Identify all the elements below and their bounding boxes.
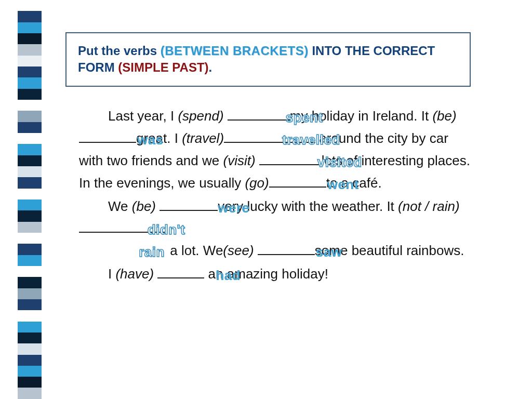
- stripe: [18, 332, 42, 343]
- stripe: [18, 0, 42, 11]
- stripe: [18, 377, 42, 388]
- stripe: [18, 155, 42, 166]
- stripe: [18, 277, 42, 288]
- blank-3: travelled: [224, 127, 315, 143]
- blank-8: saw: [258, 240, 315, 255]
- stripe: [18, 33, 42, 44]
- answer-8: saw: [287, 241, 342, 263]
- text: Last year, I: [108, 108, 178, 124]
- blank-9: had: [157, 263, 204, 278]
- stripe: [18, 22, 42, 33]
- stripe: [18, 122, 42, 133]
- stripe: [18, 133, 42, 144]
- stripe: [18, 189, 42, 200]
- blank-5: went: [269, 172, 326, 188]
- stripe: [18, 222, 42, 233]
- blank-4: visited: [259, 150, 322, 165]
- stripe: [18, 89, 42, 100]
- text: We: [108, 198, 132, 214]
- stripe: [18, 77, 42, 88]
- stripe: [18, 44, 42, 55]
- stripe: [18, 56, 42, 66]
- stripe: [18, 111, 42, 122]
- answer-2: was: [108, 129, 164, 151]
- stripe: [18, 310, 42, 321]
- stripe: [18, 66, 42, 77]
- instruction-box: Put the verbs (BETWEEN BRACKETS) INTO TH…: [65, 32, 471, 87]
- instruction-tense: (SIMPLE PAST): [118, 60, 208, 74]
- stripe: [18, 166, 42, 177]
- answer-3: travelled: [253, 129, 340, 151]
- stripe: [18, 233, 42, 244]
- stripe: [18, 255, 42, 266]
- instruction-prefix: Put the verbs: [78, 44, 161, 58]
- verb-hint-notrain: (not / rain): [398, 198, 460, 214]
- answer-5: went: [298, 174, 359, 196]
- blank-7: didn't rain: [79, 217, 166, 233]
- stripe: [18, 288, 42, 299]
- stripe: [18, 244, 42, 255]
- stripe: [18, 299, 42, 310]
- blank-6: were: [159, 195, 218, 211]
- verb-hint-see: (see): [223, 243, 254, 258]
- stripe: [18, 11, 42, 22]
- verb-hint-be2: (be): [132, 198, 156, 214]
- stripe: [18, 200, 42, 210]
- decorative-stripe-sidebar: [18, 0, 42, 399]
- answer-7: didn't rain: [108, 219, 195, 263]
- stripe: [18, 210, 42, 221]
- blank-2: was: [79, 127, 136, 143]
- stripe: [18, 355, 42, 366]
- answer-4: visited: [288, 151, 362, 174]
- instruction-brackets: (BETWEEN BRACKETS): [161, 44, 309, 58]
- verb-hint-be1: (be): [432, 108, 456, 124]
- stripe: [18, 266, 42, 277]
- instruction-suffix: .: [209, 60, 212, 74]
- answer-9: had: [187, 264, 241, 287]
- stripe: [18, 343, 42, 354]
- answer-6: were: [189, 197, 249, 219]
- stripe: [18, 100, 42, 111]
- verb-hint-travel: (travel): [182, 130, 224, 146]
- verb-hint-have: (have): [115, 266, 154, 282]
- blank-1: spent: [228, 105, 290, 121]
- text: I: [108, 266, 115, 282]
- stripe: [18, 322, 42, 332]
- stripe: [18, 177, 42, 188]
- verb-hint-go: (go): [245, 175, 269, 191]
- stripe: [18, 144, 42, 155]
- verb-hint-spend: (spend): [178, 108, 223, 124]
- answer-1: spent: [257, 107, 323, 129]
- verb-hint-visit: (visit): [223, 153, 255, 168]
- stripe: [18, 366, 42, 377]
- exercise-body: Last year, I (spend) spentmy holiday in …: [79, 105, 474, 286]
- stripe: [18, 388, 42, 398]
